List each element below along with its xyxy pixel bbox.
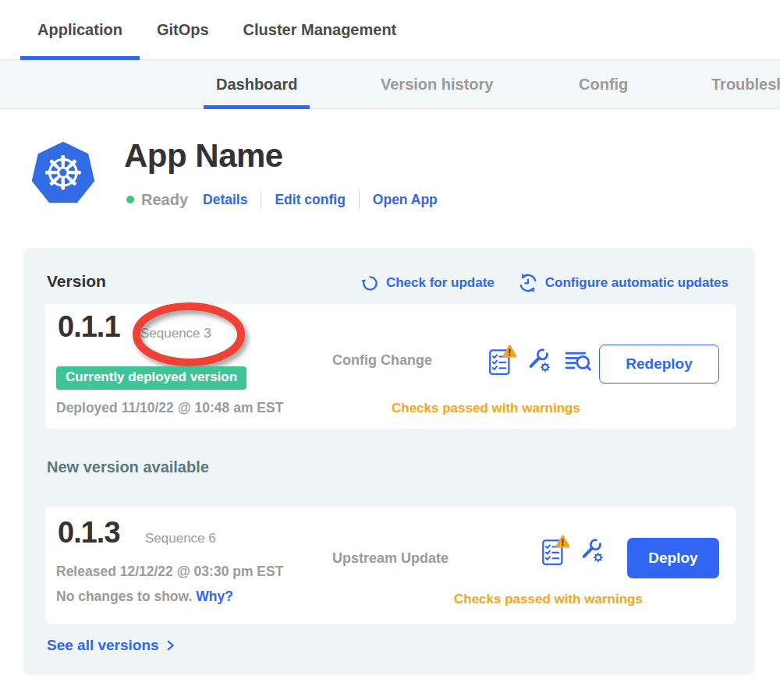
auto-update-clock-icon <box>518 273 538 293</box>
why-link[interactable]: Why? <box>196 589 233 604</box>
current-version-number: 0.1.1 <box>58 310 120 344</box>
divider <box>359 191 360 209</box>
app-status-row: Ready Details Edit config Open App <box>126 189 438 210</box>
status-label: Ready <box>141 191 188 209</box>
tab-application[interactable]: Application <box>20 0 140 59</box>
app-sub-navigation: Dashboard Version history Config Trouble… <box>0 60 780 109</box>
current-version-icons <box>488 345 592 377</box>
see-all-versions-label: See all versions <box>47 637 159 654</box>
preflight-checks-status: Checks passed with warnings <box>392 401 580 416</box>
version-panel-title: Version <box>47 272 106 291</box>
details-link[interactable]: Details <box>203 192 247 208</box>
tab-cluster-management[interactable]: Cluster Management <box>226 0 414 59</box>
tab-application-label: Application <box>37 21 122 39</box>
preflight-checks-warning-icon[interactable] <box>541 535 569 567</box>
tab-version-history[interactable]: Version history <box>368 60 506 109</box>
redeploy-button[interactable]: Redeploy <box>599 345 719 384</box>
available-version-card: 0.1.3 Sequence 6 Released 12/12/22 @ 03:… <box>45 507 736 624</box>
currently-deployed-badge: Currently deployed version <box>56 366 246 390</box>
kubernetes-logo-icon: ☸ <box>30 140 97 207</box>
new-version-heading: New version available <box>47 458 209 476</box>
released-timestamp: Released 12/12/22 @ 03:30 pm EST <box>56 564 283 580</box>
version-source-label: Config Change <box>332 352 432 369</box>
tab-gitops[interactable]: GitOps <box>140 0 226 59</box>
check-for-update-link[interactable]: Check for update <box>361 274 495 292</box>
tab-config[interactable]: Config <box>566 60 640 109</box>
status-ready-dot-icon <box>126 196 134 203</box>
config-wrench-icon[interactable] <box>580 538 607 565</box>
changes-note-text: No changes to show. <box>56 589 192 604</box>
top-navigation: Application GitOps Cluster Management <box>0 0 780 60</box>
chevron-right-icon <box>165 639 176 652</box>
deploy-button[interactable]: Deploy <box>627 538 719 578</box>
view-files-search-icon[interactable] <box>564 349 592 373</box>
tab-dashboard[interactable]: Dashboard <box>204 60 310 109</box>
version-panel: Version Check for update Configure autom… <box>23 248 755 675</box>
divider <box>261 191 261 209</box>
see-all-versions-link[interactable]: See all versions <box>47 637 176 654</box>
deployed-timestamp: Deployed 11/10/22 @ 10:48 am EST <box>56 400 283 416</box>
changes-note: No changes to show. Why? <box>56 589 233 605</box>
tab-gitops-label: GitOps <box>157 21 209 39</box>
preflight-checks-warning-icon[interactable] <box>488 345 516 377</box>
available-version-sequence: Sequence 6 <box>145 531 216 546</box>
version-source-label: Upstream Update <box>332 550 448 567</box>
config-wrench-icon[interactable] <box>526 348 554 375</box>
available-version-number: 0.1.3 <box>58 516 120 550</box>
available-version-icons <box>541 535 607 567</box>
refresh-icon <box>361 274 379 292</box>
current-version-card: 0.1.1 Sequence 3 Currently deployed vers… <box>45 304 736 429</box>
configure-automatic-updates-link[interactable]: Configure automatic updates <box>518 273 729 293</box>
open-app-link[interactable]: Open App <box>373 192 438 208</box>
tab-cluster-management-label: Cluster Management <box>243 21 397 39</box>
edit-config-link[interactable]: Edit config <box>275 192 345 208</box>
current-version-sequence: Sequence 3 <box>140 326 211 341</box>
configure-automatic-updates-label: Configure automatic updates <box>545 275 729 291</box>
version-panel-actions: Check for update Configure automatic upd… <box>361 273 729 293</box>
check-for-update-label: Check for update <box>386 275 495 291</box>
app-title: App Name <box>124 137 283 175</box>
tab-troubleshoot[interactable]: Troubleshoot <box>699 60 780 109</box>
preflight-checks-status: Checks passed with warnings <box>454 592 643 607</box>
